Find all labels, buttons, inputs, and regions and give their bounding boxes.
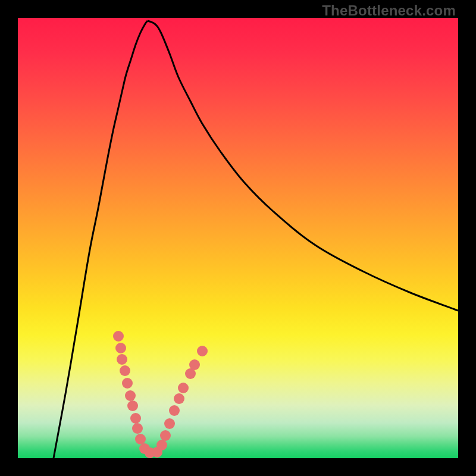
data-marker bbox=[164, 418, 175, 429]
data-marker bbox=[174, 393, 184, 404]
data-marker bbox=[120, 365, 130, 376]
data-marker bbox=[130, 413, 141, 424]
attribution-label: TheBottleneck.com bbox=[322, 2, 456, 19]
data-marker bbox=[178, 383, 189, 393]
data-marker bbox=[169, 405, 180, 416]
data-marker bbox=[156, 440, 167, 450]
data-marker bbox=[135, 434, 146, 444]
data-marker bbox=[132, 423, 143, 434]
chart-frame: TheBottleneck.com bbox=[0, 0, 476, 476]
data-marker bbox=[189, 359, 200, 370]
marker-group bbox=[113, 331, 208, 458]
data-marker bbox=[127, 400, 138, 411]
right-curve bbox=[148, 21, 458, 311]
plot-area bbox=[18, 18, 458, 458]
data-marker bbox=[160, 430, 171, 441]
data-marker bbox=[122, 378, 133, 389]
data-marker bbox=[117, 354, 127, 365]
data-marker bbox=[113, 331, 124, 342]
chart-svg bbox=[18, 18, 458, 458]
data-marker bbox=[115, 343, 126, 353]
data-marker bbox=[125, 390, 136, 401]
data-marker bbox=[197, 346, 208, 356]
